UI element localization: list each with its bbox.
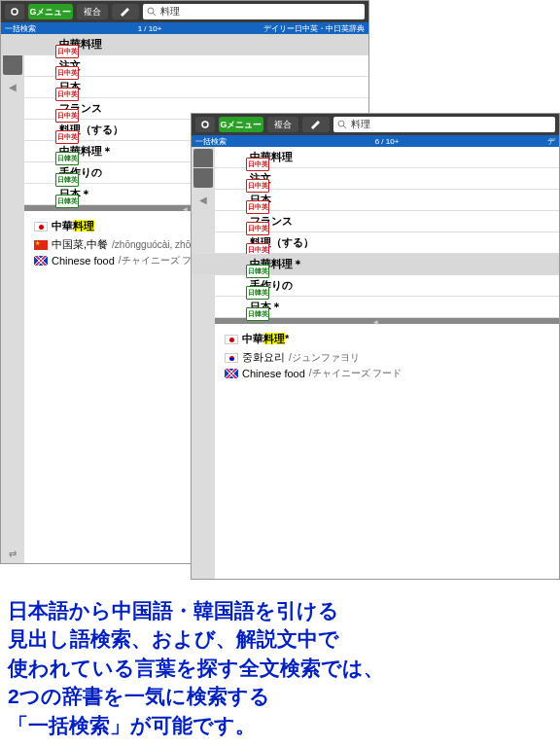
mode-button[interactable]: 複合 [77, 4, 108, 19]
flag-jp-icon [225, 335, 238, 344]
list-item[interactable]: 日韓英中華料理＊ [192, 254, 559, 275]
svg-line-5 [343, 125, 346, 128]
list-item[interactable]: 日中英中華料理 [192, 147, 559, 168]
status-left: 一括検索 [5, 23, 36, 34]
flag-uk-icon [225, 369, 238, 378]
result-list: 日中英中華料理日中英注文日中英日本日中英フランス日中英料理（する）日韓英中華料理… [192, 147, 559, 318]
menu-button[interactable]: Gメニュー [219, 117, 263, 132]
status-center: 6 / 10+ [375, 137, 400, 146]
list-item[interactable]: 日中英日本 [192, 190, 559, 211]
swap-icon[interactable]: ⇄ [1, 544, 24, 563]
list-item[interactable]: 日韓英日本＊ [192, 297, 559, 318]
translation-kr: 중화요리 /ジュンファヨリ [225, 350, 551, 365]
status-bar: 一括検索 6 / 10+ デ [192, 135, 559, 147]
pen-icon[interactable] [302, 117, 330, 132]
svg-point-3 [202, 122, 208, 127]
status-bar: 一括検索 1 / 10+ デイリー日中英・中日英辞典 [1, 22, 368, 34]
promo-caption: 日本語から中国語・韓国語を引ける見出し語検索、および、解説文中で使われている言葉… [8, 596, 552, 739]
status-right: デ [547, 136, 555, 147]
list-item[interactable]: 日中英注文 [192, 168, 559, 190]
status-left: 一括検索 [195, 136, 227, 147]
search-text: 料理 [160, 5, 180, 18]
flag-kr-icon [225, 353, 238, 363]
translation-en: Chinese food /チャイニーズ フード [225, 367, 551, 380]
flag-uk-icon [34, 256, 48, 266]
list-item[interactable]: 日中英フランス [192, 211, 559, 232]
dictionary-window-2: Gメニュー 複合 料理 一括検索 6 / 10+ デ ◀ 日中英中華料理日中英注… [191, 113, 560, 580]
search-input[interactable]: 料理 [143, 4, 365, 19]
detail-pane: 中華料理* 중화요리 /ジュンファヨリ Chinese food /チャイニーズ… [192, 324, 559, 390]
svg-line-2 [153, 13, 156, 16]
gear-icon[interactable] [5, 4, 24, 19]
svg-point-0 [12, 9, 18, 15]
list-item[interactable]: 日中英日本 [1, 77, 368, 98]
flag-cn-icon [34, 240, 48, 250]
toolbar: Gメニュー 複合 料理 [192, 114, 559, 135]
list-item[interactable]: 日中英注文 [1, 55, 368, 77]
search-icon [337, 120, 347, 129]
pen-icon[interactable] [112, 4, 139, 19]
toolbar: Gメニュー 複合 料理 [1, 1, 368, 22]
gear-icon[interactable] [195, 117, 215, 132]
search-text: 料理 [351, 118, 370, 131]
dict-badge: 日韓英 [55, 195, 79, 208]
search-icon [147, 7, 157, 17]
dict-badge: 日韓英 [246, 307, 269, 321]
flag-jp-icon [34, 222, 48, 231]
menu-button[interactable]: Gメニュー [28, 4, 73, 19]
detail-heading: 中華料理* [225, 332, 551, 346]
list-item[interactable]: 日中英料理（する） [192, 232, 559, 254]
mode-button[interactable]: 複合 [267, 117, 298, 132]
list-item[interactable]: 日中英中華料理 [1, 34, 368, 55]
status-right: デイリー日中英・中日英辞典 [263, 23, 365, 34]
status-center: 1 / 10+ [138, 24, 162, 33]
search-input[interactable]: 料理 [333, 117, 555, 132]
list-item[interactable]: 日韓英手作りの [192, 275, 559, 297]
